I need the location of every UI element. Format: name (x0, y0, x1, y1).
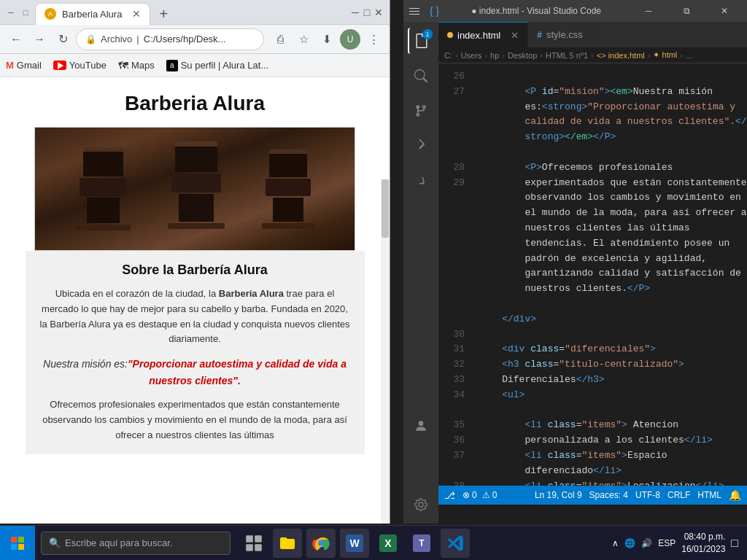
activity-extensions-icon[interactable] (408, 168, 434, 194)
file-explorer-taskbar-icon[interactable] (273, 529, 302, 558)
error-count: 0 (472, 490, 477, 500)
reload-button[interactable]: ↻ (53, 29, 73, 50)
ln-30: 30 (438, 327, 465, 343)
browser-toolbar: ← → ↻ 🔒 Archivo | C:/Users/hp/Desk... ⎙ … (0, 25, 390, 54)
activity-search-icon[interactable] (408, 63, 434, 89)
bookmark-button[interactable]: ☆ (293, 29, 314, 50)
activity-source-control-icon[interactable] (408, 98, 434, 124)
statusbar-encoding[interactable]: UTF-8 (635, 490, 660, 500)
start-button[interactable] (0, 526, 35, 561)
code-line-27d: strong></em></P> (479, 130, 738, 145)
bookmark-maps-label: Maps (131, 60, 155, 71)
bookmark-maps[interactable]: 🗺 Maps (118, 60, 155, 71)
address-bar[interactable]: 🔒 Archivo | C:/Users/hp/Desk... (76, 28, 264, 50)
ln-blank14 (438, 403, 465, 419)
ln-blank2 (438, 114, 465, 130)
task-view-button[interactable] (239, 529, 268, 558)
activity-explorer-icon[interactable]: 1 (408, 28, 434, 54)
ln-33: 33 (438, 373, 465, 388)
network-icon[interactable]: 🌐 (624, 538, 635, 548)
search-icon: 🔍 (49, 537, 61, 548)
tab-index-html[interactable]: index.html ✕ (438, 22, 528, 47)
ln-blank6 (438, 206, 465, 221)
breadcrumb-sep5: › (591, 51, 594, 60)
ln-34: 34 (438, 388, 465, 403)
vscode-taskbar-icon[interactable] (441, 529, 470, 558)
statusbar-left: ⎇ ⊗ 0 ⚠ 0 (444, 490, 497, 501)
keyboard-language[interactable]: ESP (658, 538, 676, 548)
scrollbar-track[interactable] (381, 179, 390, 524)
teams-taskbar-icon[interactable]: T (407, 529, 436, 558)
svg-rect-1 (18, 537, 24, 542)
bookmarks-bar: M Gmail YouTube 🗺 Maps a Su perfil | Alu… (0, 54, 390, 77)
tab-style-css[interactable]: # style.css (528, 22, 592, 47)
bookmark-youtube[interactable]: YouTube (53, 60, 107, 71)
vscode-close-button[interactable]: ✕ (708, 0, 741, 22)
code-line-37b: personalizada a los clientes</li> (479, 433, 738, 448)
breadcrumb-drive: C: (444, 51, 452, 60)
activity-debug-icon[interactable] (408, 133, 434, 159)
word-taskbar-icon[interactable]: W (340, 529, 369, 558)
taskbar-running-apps: W X T (239, 529, 470, 558)
notification-icon[interactable]: □ (731, 537, 738, 550)
bookmark-gmail-label: Gmail (17, 60, 42, 71)
download-button[interactable]: ⬇ (317, 29, 337, 50)
browser-tab-active[interactable]: A Barberia Alura ✕ (35, 3, 150, 25)
code-line-29b: experimentados que están constantemente (479, 176, 738, 191)
statusbar-branch-icon: ⎇ (444, 490, 455, 501)
code-content[interactable]: <P id="mision"><em>Nuestra misión es:<st… (471, 63, 747, 486)
mission-prefix: Nuestra misión es: (43, 358, 128, 370)
breadcrumb-sep4: › (540, 51, 543, 60)
up-arrow-icon[interactable]: ∧ (612, 538, 619, 548)
share-button[interactable]: ⎙ (270, 29, 290, 50)
breadcrumb-ellipsis: ... (686, 51, 692, 60)
win-restore[interactable]: □ (362, 7, 372, 18)
new-tab-button[interactable]: + (153, 4, 174, 25)
taskbar-search-box[interactable]: 🔍 Escribe aquí para buscar. (41, 532, 231, 555)
vscode-statusbar: ⎇ ⊗ 0 ⚠ 0 Ln 19, Col 9 Spaces: 4 UTF-8 C… (438, 486, 747, 505)
statusbar-spaces[interactable]: Spaces: 4 (589, 490, 628, 500)
vscode-restore-button[interactable]: ⧉ (670, 0, 703, 22)
statusbar-errors[interactable]: ⊗ 0 ⚠ 0 (462, 490, 497, 500)
taskbar-clock[interactable]: 08:40 p.m. 16/01/2023 (681, 531, 725, 556)
ln-35: 35 (438, 418, 465, 433)
code-line-33: <div class="diferenciales"> (479, 342, 738, 357)
forward-button[interactable]: → (29, 29, 50, 50)
statusbar-language[interactable]: HTML (697, 490, 721, 500)
statusbar-notifications-icon[interactable]: 🔔 (729, 489, 741, 501)
chrome-taskbar-icon[interactable] (306, 529, 336, 558)
win-minimize[interactable]: ─ (350, 7, 360, 18)
code-line-28 (479, 145, 738, 160)
tab-favicon: A (44, 8, 56, 20)
back-button[interactable]: ← (6, 29, 26, 50)
bookmark-alura[interactable]: a Su perfil | Alura Lat... (166, 60, 268, 71)
ln-32: 32 (438, 357, 465, 373)
svg-rect-0 (11, 537, 17, 542)
breadcrumb-sep6: › (648, 51, 651, 60)
taskbar-date-display: 16/01/2023 (681, 543, 725, 556)
menu-button[interactable]: ⋮ (363, 29, 384, 50)
browser-content: Barberia Alura (0, 77, 390, 524)
taskbar: 🔍 Escribe aquí para buscar. (0, 525, 747, 560)
activity-settings-icon[interactable] (408, 491, 434, 518)
tab-close-button[interactable]: ✕ (132, 8, 141, 20)
vscode-menu-icon[interactable] (409, 4, 424, 18)
profile-avatar[interactable]: U (340, 29, 360, 50)
browser-maximize[interactable]: □ (20, 7, 31, 18)
scrollbar-thumb[interactable] (382, 179, 389, 238)
excel-taskbar-icon[interactable]: X (374, 529, 403, 558)
vscode-minimize-button[interactable]: ─ (632, 0, 665, 22)
maps-icon: 🗺 (118, 60, 128, 71)
bookmark-gmail[interactable]: M Gmail (6, 60, 42, 71)
win-close[interactable]: ✕ (374, 7, 384, 18)
vscode-code-editor[interactable]: 26 27 28 29 30 31 32 (438, 63, 747, 486)
statusbar-position[interactable]: Ln 19, Col 9 (535, 490, 582, 500)
tab-index-close[interactable]: ✕ (511, 30, 519, 41)
statusbar-eol[interactable]: CRLF (667, 490, 690, 500)
about-paragraph2: Ofrecemos profesionales experimentados q… (40, 397, 350, 443)
browser-toolbar-extras: ⎙ ☆ ⬇ U ⋮ (270, 29, 384, 50)
warning-icon: ⚠ (482, 490, 490, 500)
volume-icon[interactable]: 🔊 (641, 538, 652, 548)
browser-minimize[interactable]: ─ (6, 7, 16, 18)
activity-account-icon[interactable] (408, 413, 434, 439)
